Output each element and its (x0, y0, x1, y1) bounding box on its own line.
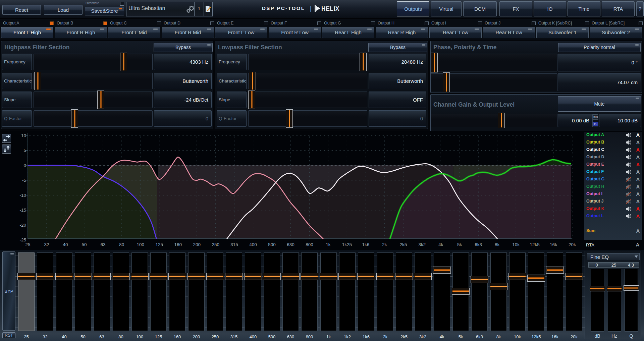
svg-text:80: 80 (119, 242, 124, 247)
svg-text:400: 400 (249, 242, 257, 247)
svg-text:1k25: 1k25 (342, 242, 352, 247)
svg-text:63: 63 (100, 242, 105, 247)
svg-text:250: 250 (212, 242, 219, 247)
svg-text:-25: -25 (19, 237, 26, 242)
svg-text:32: 32 (44, 242, 49, 247)
svg-text:1k6: 1k6 (362, 242, 370, 247)
svg-text:8k: 8k (495, 242, 500, 247)
svg-text:25: 25 (25, 242, 30, 247)
svg-text:10: 10 (21, 133, 26, 138)
svg-text:-5: -5 (22, 178, 26, 183)
svg-text:2k5: 2k5 (399, 242, 407, 247)
svg-text:3k2: 3k2 (418, 242, 426, 247)
svg-text:-20: -20 (19, 223, 26, 228)
svg-text:10k: 10k (512, 242, 520, 247)
svg-text:200: 200 (193, 242, 201, 247)
svg-text:|: | (310, 5, 312, 12)
svg-text:315: 315 (230, 242, 238, 247)
svg-text:12k5: 12k5 (530, 242, 539, 247)
svg-text:800: 800 (306, 242, 313, 247)
svg-text:-15: -15 (19, 208, 26, 213)
svg-text:160: 160 (174, 242, 182, 247)
svg-text:125: 125 (156, 242, 163, 247)
svg-text:500: 500 (268, 242, 276, 247)
svg-text:6k3: 6k3 (475, 242, 482, 247)
svg-text:DSP PC-TOOL: DSP PC-TOOL (262, 5, 305, 11)
svg-text:-10: -10 (19, 193, 26, 198)
svg-text:20k: 20k (569, 242, 576, 247)
svg-text:40: 40 (63, 242, 68, 247)
svg-text:630: 630 (287, 242, 294, 247)
svg-text:1k: 1k (326, 242, 331, 247)
svg-text:50: 50 (82, 242, 87, 247)
svg-text:2k: 2k (382, 242, 387, 247)
svg-text:HELIX: HELIX (321, 5, 339, 12)
svg-text:16k: 16k (550, 242, 557, 247)
svg-text:5: 5 (23, 148, 26, 153)
svg-text:5k: 5k (457, 242, 462, 247)
svg-text:0: 0 (23, 163, 26, 168)
svg-text:4k: 4k (438, 242, 443, 247)
svg-text:100: 100 (137, 242, 145, 247)
